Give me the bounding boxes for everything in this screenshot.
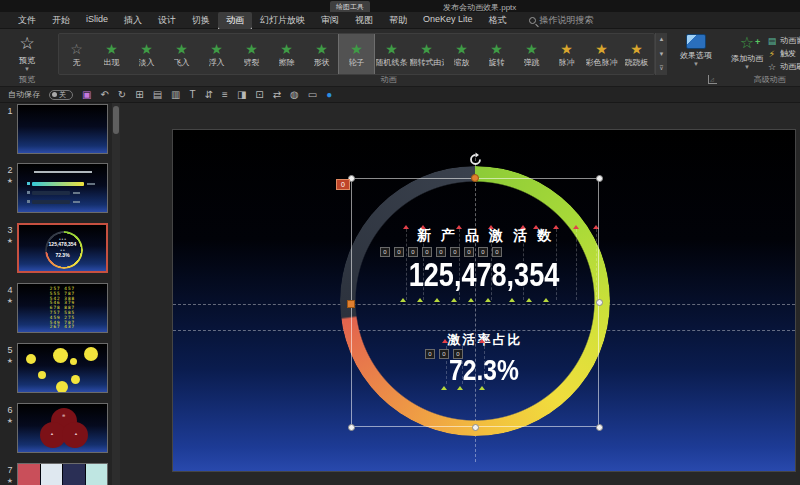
- effect-options-caret-icon: ▼: [693, 61, 699, 67]
- gallery-scroll-down[interactable]: ▼: [656, 48, 667, 61]
- list-icon[interactable]: ≡: [222, 89, 228, 101]
- slide-number: 2: [4, 165, 16, 175]
- ribbon-search[interactable]: 操作说明搜索: [529, 14, 594, 27]
- animation-dialog-launcher[interactable]: [708, 75, 717, 84]
- layout-icon[interactable]: ▤: [153, 89, 162, 101]
- scrollbar-thumb[interactable]: [113, 106, 119, 134]
- picture-icon[interactable]: ▭: [308, 89, 317, 101]
- animation-effect-item[interactable]: ★ 缩放: [444, 34, 479, 74]
- animation-effect-item[interactable]: ★ 出现: [94, 34, 129, 74]
- animation-order-badge[interactable]: 0: [336, 179, 350, 190]
- slide-thumbnail-7[interactable]: [17, 463, 108, 485]
- table-icon[interactable]: ▥: [171, 89, 180, 101]
- animation-effect-item[interactable]: ★ 轮子: [339, 34, 374, 74]
- slide-thumb-1-row: 1: [0, 104, 112, 154]
- frame-icon[interactable]: ⊡: [255, 89, 263, 101]
- animation-star-indicator-icon: [4, 357, 16, 365]
- slide-thumbnail-4[interactable]: 257 457555 787542 388546 379678 887757 5…: [17, 283, 108, 333]
- slide-thumbnail-2[interactable]: [17, 163, 108, 213]
- search-label: 操作说明搜索: [540, 14, 594, 27]
- menu-item[interactable]: 视图: [347, 12, 381, 29]
- undo-icon[interactable]: ↶: [100, 89, 108, 101]
- menu-item[interactable]: 动画: [218, 12, 252, 29]
- animation-star-indicator-icon: [4, 477, 16, 485]
- menu-item[interactable]: 开始: [44, 12, 78, 29]
- menu-item[interactable]: 审阅: [313, 12, 347, 29]
- animation-effect-item[interactable]: ★ 劈裂: [234, 34, 269, 74]
- text-box-icon[interactable]: T: [190, 89, 196, 101]
- search-icon: [529, 17, 536, 24]
- selection-handle-bottom-center[interactable]: [472, 424, 479, 431]
- animation-effect-item[interactable]: ★ 形状: [304, 34, 339, 74]
- selection-handle-bottom-left[interactable]: [348, 424, 355, 431]
- selection-handle-bottom-right[interactable]: [596, 424, 603, 431]
- selection-handle-middle-right[interactable]: [596, 299, 603, 306]
- save-icon[interactable]: ▣: [82, 89, 91, 101]
- menu-item[interactable]: 格式: [481, 12, 515, 29]
- arc-adjust-handle-left[interactable]: [347, 300, 355, 308]
- gallery-scrollbar: ▲ ▼ ⊽: [655, 33, 667, 75]
- animation-painter-icon: ☆: [767, 62, 777, 72]
- animation-effect-item[interactable]: ★ 彩色脉冲: [584, 34, 619, 74]
- menu-item[interactable]: 文件: [10, 12, 44, 29]
- menubar: 文件 开始 iSlide 插入 设计 切换 动画 幻灯片放映 审阅 视图 帮助 …: [0, 12, 800, 29]
- slide-canvas[interactable]: 新产品激活数 000000000 125,478,354 激活率占比 000 7…: [120, 103, 800, 485]
- menu-item[interactable]: OneKey Lite: [415, 12, 481, 29]
- slide-panel: 1 2 3 ● ● ●: [0, 103, 112, 485]
- animation-star-icon: ★: [595, 41, 608, 57]
- menu-item[interactable]: 切换: [184, 12, 218, 29]
- animation-star-icon: ★: [385, 41, 398, 57]
- animation-effect-item[interactable]: ★ 脉冲: [549, 34, 584, 74]
- animation-effect-item[interactable]: ★ 弹跳: [514, 34, 549, 74]
- arc-adjust-handle-top[interactable]: [471, 174, 479, 182]
- animation-effect-item[interactable]: ★ 翻转式由远...: [409, 34, 444, 74]
- gallery-scroll-up[interactable]: ▲: [656, 33, 667, 46]
- color-icon[interactable]: ◍: [290, 89, 299, 101]
- add-animation-icon: ☆+: [740, 34, 754, 52]
- slide-editing-surface[interactable]: 新产品激活数 000000000 125,478,354 激活率占比 000 7…: [173, 130, 795, 471]
- toggle-dot-icon: [52, 92, 57, 97]
- animation-effect-item[interactable]: ★ 飞入: [164, 34, 199, 74]
- preview-group-label: 预览: [0, 74, 54, 85]
- animation-effect-item[interactable]: ☆ 无: [59, 34, 94, 74]
- effect-options-button[interactable]: 效果选项 ▼: [673, 32, 719, 67]
- shape-fill-icon[interactable]: ◨: [237, 89, 246, 101]
- animation-effect-item[interactable]: ★ 跷跷板: [619, 34, 654, 74]
- animation-star-icon: ★: [350, 41, 363, 57]
- swap-icon[interactable]: ⇄: [273, 89, 281, 101]
- sort-icon[interactable]: ⇵: [205, 89, 213, 101]
- panel-scrollbar[interactable]: [112, 103, 120, 485]
- redo-icon[interactable]: ↻: [118, 89, 126, 101]
- rotate-handle[interactable]: [468, 152, 483, 167]
- menu-item[interactable]: 幻灯片放映: [252, 12, 313, 29]
- preview-button[interactable]: ☆ 预览 ▼: [4, 32, 50, 72]
- animation-effect-item[interactable]: ★ 淡入: [129, 34, 164, 74]
- animation-painter-button[interactable]: ☆ 动画刷: [767, 61, 800, 72]
- slide-thumbnail-3-selected[interactable]: ● ● ● 125,478,354 ● ● 72.3%: [17, 223, 108, 273]
- trigger-button[interactable]: ⚡ 触发 ▼: [767, 48, 800, 59]
- format-dot-icon[interactable]: ●: [326, 89, 332, 101]
- slide-thumbnail-5[interactable]: [17, 343, 108, 393]
- animation-star-icon: ★: [175, 41, 188, 57]
- animation-star-icon: ★: [280, 41, 293, 57]
- menu-item[interactable]: iSlide: [78, 12, 116, 29]
- animation-effect-item[interactable]: ★ 浮入: [199, 34, 234, 74]
- autosave-toggle[interactable]: 关: [49, 90, 73, 100]
- slide-thumbnail-6[interactable]: ⊕ ▲ ▲: [17, 403, 108, 453]
- animation-effect-item[interactable]: ★ 随机线条: [374, 34, 409, 74]
- menu-item[interactable]: 插入: [116, 12, 150, 29]
- advanced-animation-group: ☆+ 添加动画 ▼ ▤ 动画窗格 ⚡ 触发 ▼ ☆ 动画刷 高级动画: [723, 29, 800, 86]
- add-animation-button[interactable]: ☆+ 添加动画 ▼: [727, 32, 767, 70]
- main-area: 1 2 3 ● ● ●: [0, 103, 800, 485]
- animation-pane-button[interactable]: ▤ 动画窗格: [767, 35, 800, 46]
- new-slide-icon[interactable]: ⊞: [135, 89, 143, 101]
- menu-item[interactable]: 设计: [150, 12, 184, 29]
- animation-effect-item[interactable]: ★ 旋转: [479, 34, 514, 74]
- menu-item[interactable]: 帮助: [381, 12, 415, 29]
- slide-thumbnail-1[interactable]: [17, 104, 108, 154]
- preview-star-icon: ☆: [19, 34, 34, 54]
- slide-thumb-2-row: 2: [0, 163, 112, 213]
- selection-handle-top-right[interactable]: [596, 175, 603, 182]
- animation-star-icon: ★: [630, 41, 643, 57]
- animation-effect-item[interactable]: ★ 擦除: [269, 34, 304, 74]
